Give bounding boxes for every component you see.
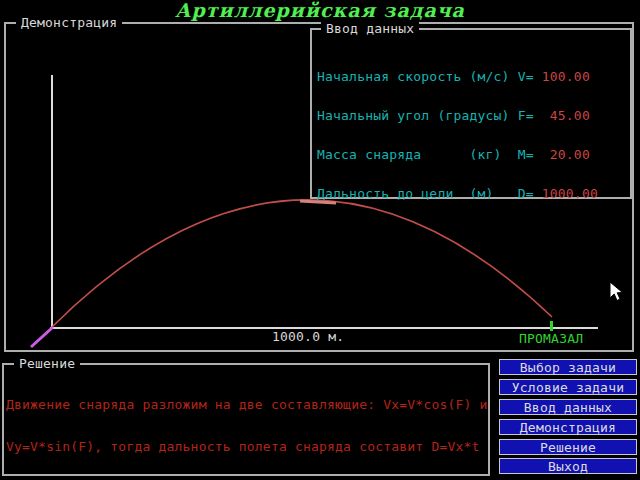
input-data-rows: Начальная скорость (м/с) V= 100.00 Начал… [317, 44, 598, 226]
input-row-label: Начальный угол (градусы) F= [317, 108, 550, 123]
mouse-cursor [608, 281, 626, 303]
input-row-label: Начальная скорость (м/с) V= [317, 69, 542, 84]
input-row-value: 45.00 [550, 108, 590, 123]
input-row-velocity: Начальная скорость (м/с) V= 100.00 [317, 70, 598, 83]
input-row-label: Дальность до цели (м) D= [317, 186, 542, 201]
demo-panel-label: Демонстрация [16, 16, 122, 29]
solution-line: Vy=V*sin(F), тогда дальность полета снар… [6, 439, 488, 455]
input-row-value: 1000.00 [542, 186, 598, 201]
distance-label: 1000.0 м. [272, 330, 344, 343]
input-row-label: Масса снаряда (кг) M= [317, 147, 550, 162]
y-axis-line [51, 75, 53, 329]
input-row-distance: Дальность до цели (м) D= 1000.00 [317, 187, 598, 200]
button-demonstration[interactable]: Демонстрация [499, 419, 637, 435]
button-data-input[interactable]: Ввод данных [499, 399, 637, 415]
solution-panel-label: Решение [14, 357, 80, 370]
app-screen: Артиллерийская задача Демонстрация 1000.… [0, 0, 640, 480]
input-data-panel-label: Ввод данных [321, 22, 419, 35]
button-solution[interactable]: Решение [499, 439, 637, 455]
button-task-select[interactable]: Выбор задачи [499, 359, 637, 375]
input-row-value: 100.00 [542, 69, 590, 84]
button-task-condition[interactable]: Условие задачи [499, 379, 637, 395]
input-row-angle: Начальный угол (градусы) F= 45.00 [317, 109, 598, 122]
input-row-mass: Масса снаряда (кг) M= 20.00 [317, 148, 598, 161]
target-marker [550, 321, 553, 331]
input-row-value: 20.00 [550, 147, 590, 162]
button-exit[interactable]: Выход [499, 458, 637, 474]
status-result-text: ПРОМАЗАЛ [519, 332, 583, 345]
solution-text: Движение снаряда разложим на две составл… [6, 371, 488, 480]
solution-line: Движение снаряда разложим на две составл… [6, 397, 488, 413]
